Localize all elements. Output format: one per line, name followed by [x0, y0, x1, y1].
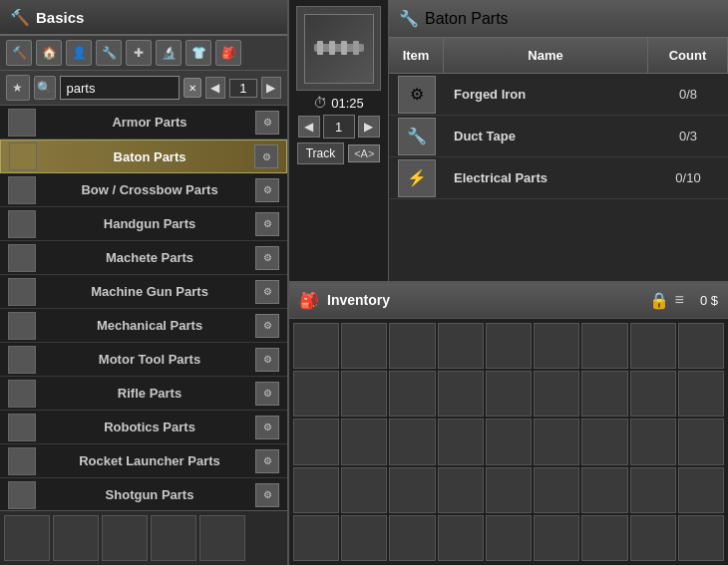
req-row-0: ⚙Forged Iron0/8 [389, 74, 728, 116]
inv-slot-3[interactable] [438, 323, 484, 369]
nav-icon-magnify[interactable]: 🔬 [156, 40, 182, 66]
inv-slot-2[interactable] [389, 323, 435, 369]
category-icon-bow [8, 176, 36, 204]
search-count-badge: 1 [229, 79, 257, 98]
next-arrow-button[interactable]: ▶ [261, 77, 281, 99]
inv-slot-13[interactable] [486, 371, 532, 417]
lock-icon[interactable]: 🔒 [649, 291, 669, 310]
craft-count-down[interactable]: ◀ [298, 116, 320, 138]
inv-slot-12[interactable] [438, 371, 484, 417]
bottom-slot-5[interactable] [199, 515, 245, 561]
inv-slot-4[interactable] [486, 323, 532, 369]
inv-slot-42[interactable] [581, 515, 627, 561]
inv-slot-39[interactable] [438, 515, 484, 561]
inv-slot-18[interactable] [293, 419, 339, 464]
category-item-baton[interactable]: Baton Parts⚙ [0, 140, 287, 173]
requirements-area: 🔧 Baton Parts Item Name Count ⚙Forged Ir… [389, 0, 728, 283]
prev-arrow-button[interactable]: ◀ [205, 77, 225, 99]
inv-slot-36[interactable] [293, 515, 339, 561]
inv-slot-27[interactable] [293, 467, 339, 513]
category-item-bow[interactable]: Bow / Crossbow Parts⚙ [0, 173, 287, 207]
craft-top-section: ⏱ 01:25 ◀ 1 ▶ Track <A> 🔧 Baton Parts [289, 0, 728, 283]
craft-count-up[interactable]: ▶ [358, 116, 380, 138]
requirements-header: Item Name Count [389, 38, 728, 74]
inv-slot-23[interactable] [534, 419, 579, 464]
inv-slot-21[interactable] [438, 419, 484, 464]
inv-slot-0[interactable] [293, 323, 339, 369]
category-item-handgun[interactable]: Handgun Parts⚙ [0, 207, 287, 241]
inv-slot-41[interactable] [534, 515, 579, 561]
inv-slot-31[interactable] [486, 467, 532, 513]
inv-slot-10[interactable] [341, 371, 387, 417]
bottom-slot-3[interactable] [102, 515, 148, 561]
category-item-rocket[interactable]: Rocket Launcher Parts⚙ [0, 444, 287, 478]
inv-slot-6[interactable] [581, 323, 627, 369]
inv-slot-19[interactable] [341, 419, 387, 464]
category-item-armor[interactable]: Armor Parts⚙ [0, 106, 287, 140]
inv-slot-43[interactable] [630, 515, 676, 561]
nav-icon-bag[interactable]: 🎒 [215, 40, 241, 66]
category-suffix-shotgun: ⚙ [255, 483, 279, 507]
inv-slot-33[interactable] [581, 467, 627, 513]
sort-icon[interactable]: ≡ [675, 291, 684, 309]
nav-icon-shirt[interactable]: 👕 [185, 40, 211, 66]
left-panel: 🔨 Basics 🔨 🏠 👤 🔧 ✚ 🔬 👕 🎒 ★ 🔍 ✕ ◀ 1 ▶ Arm… [0, 0, 289, 565]
category-item-machinegun[interactable]: Machine Gun Parts⚙ [0, 275, 287, 309]
craft-item-icon [304, 14, 374, 84]
inv-slot-9[interactable] [293, 371, 339, 417]
bottom-slot-4[interactable] [151, 515, 196, 561]
craft-title: Baton Parts [425, 10, 509, 28]
category-item-motortool[interactable]: Motor Tool Parts⚙ [0, 343, 287, 377]
search-input[interactable] [60, 76, 180, 100]
track-keybind: <A> [348, 144, 380, 162]
nav-icon-home[interactable]: 🏠 [36, 40, 62, 66]
inv-slot-28[interactable] [341, 467, 387, 513]
inv-slot-38[interactable] [389, 515, 435, 561]
inv-slot-1[interactable] [341, 323, 387, 369]
panel-header: 🔨 Basics [0, 0, 287, 36]
category-item-robotics[interactable]: Robotics Parts⚙ [0, 411, 287, 444]
inv-slot-15[interactable] [581, 371, 627, 417]
category-item-mechanical[interactable]: Mechanical Parts⚙ [0, 309, 287, 343]
inv-slot-20[interactable] [389, 419, 435, 464]
inv-slot-32[interactable] [534, 467, 579, 513]
inv-slot-34[interactable] [630, 467, 676, 513]
category-icon-robotics [8, 414, 36, 441]
req-count-0: 0/8 [648, 87, 728, 102]
category-suffix-bow: ⚙ [255, 178, 279, 202]
star-filter-icon[interactable]: ★ [6, 75, 30, 101]
inv-slot-30[interactable] [438, 467, 484, 513]
category-item-machete[interactable]: Machete Parts⚙ [0, 241, 287, 275]
nav-icon-person[interactable]: 👤 [66, 40, 92, 66]
req-item-icon-2: ⚡ [389, 155, 444, 201]
inv-slot-8[interactable] [678, 323, 724, 369]
nav-icon-tool[interactable]: 🔧 [96, 40, 122, 66]
inv-slot-16[interactable] [630, 371, 676, 417]
category-icon-mechanical [8, 312, 36, 340]
inv-slot-37[interactable] [341, 515, 387, 561]
category-item-shotgun[interactable]: Shotgun Parts⚙ [0, 478, 287, 510]
category-icon-armor [8, 109, 36, 137]
inv-slot-24[interactable] [581, 419, 627, 464]
inv-slot-29[interactable] [389, 467, 435, 513]
inv-slot-14[interactable] [534, 371, 579, 417]
inv-slot-44[interactable] [678, 515, 724, 561]
inv-slot-22[interactable] [486, 419, 532, 464]
inv-slot-11[interactable] [389, 371, 435, 417]
inv-slot-26[interactable] [678, 419, 724, 464]
category-item-rifle[interactable]: Rifle Parts⚙ [0, 377, 287, 411]
clear-search-button[interactable]: ✕ [183, 78, 201, 98]
inv-slot-25[interactable] [630, 419, 676, 464]
bottom-slot-1[interactable] [4, 515, 50, 561]
inventory-currency: 0 $ [700, 293, 718, 308]
nav-icon-craft[interactable]: 🔨 [6, 40, 32, 66]
inv-slot-40[interactable] [486, 515, 532, 561]
track-button[interactable]: Track [297, 142, 345, 164]
inv-slot-5[interactable] [534, 323, 579, 369]
inv-slot-35[interactable] [678, 467, 724, 513]
bottom-slot-2[interactable] [53, 515, 99, 561]
inv-slot-17[interactable] [678, 371, 724, 417]
inv-slot-7[interactable] [630, 323, 676, 369]
search-icon-btn[interactable]: 🔍 [34, 76, 56, 100]
nav-icon-cross[interactable]: ✚ [126, 40, 152, 66]
